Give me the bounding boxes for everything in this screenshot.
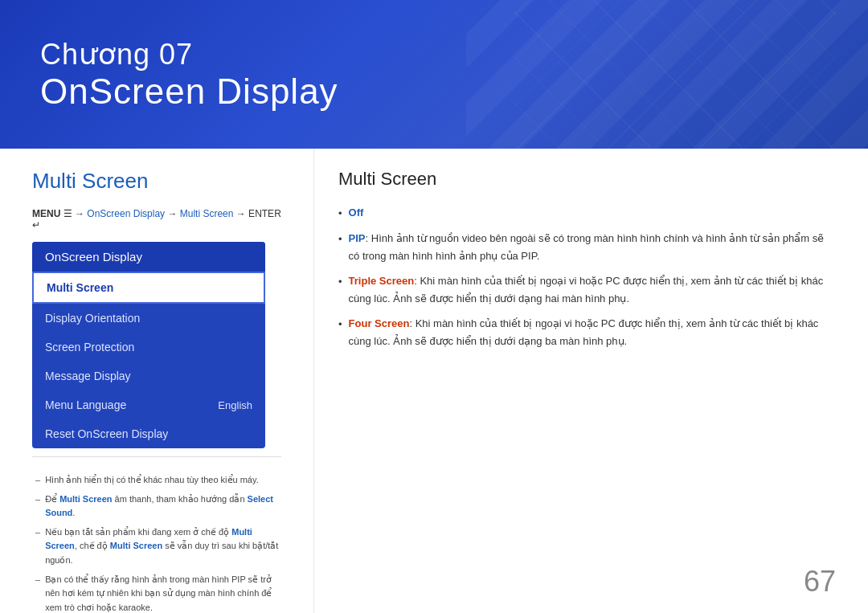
main-content: Multi Screen MENU ☰ → OnScreen Display →… [0,149,868,613]
menu-item-label: Reset OnScreen Display [45,427,168,440]
chapter-label: Chương 07 [40,38,338,72]
menu-item-screen-protection[interactable]: Screen Protection [32,333,265,362]
menu-item-label: Menu Language [45,398,126,411]
menu-item-value: English [218,399,252,411]
right-section-title: Multi Screen [338,169,836,190]
menu-item-reset-osd[interactable]: Reset OnScreen Display [32,419,265,448]
bullet-off: Off [338,204,836,222]
menu-item-label: Display Orientation [45,312,140,325]
osd-menu-box: OnScreen Display Multi Screen Display Or… [32,242,265,448]
note-2: Để Multi Screen âm thanh, tham khảo hướn… [32,492,281,521]
menu-item-multi-screen[interactable]: Multi Screen [32,272,265,304]
bullet-four-screen: Four Screen: Khi màn hình của thiết bị n… [338,315,836,349]
menu-item-label: Message Display [45,370,131,382]
menu-item-menu-language[interactable]: Menu Language English [32,390,265,419]
menu-item-label: Multi Screen [47,281,113,294]
bullet-triple-screen: Triple Screen: Khi màn hình của thiết bị… [338,272,836,307]
menu-item-message-display[interactable]: Message Display [32,362,265,390]
menu-item-label: Screen Protection [45,341,134,353]
bullet-list: Off PIP: Hình ảnh từ nguồn video bên ngo… [338,204,836,349]
notes-section: Hình ảnh hiển thị có thể khác nhau tùy t… [32,473,281,613]
divider [32,456,281,457]
title-label: OnScreen Display [40,72,338,112]
left-panel: Multi Screen MENU ☰ → OnScreen Display →… [0,149,313,613]
bullet-pip: PIP: Hình ảnh từ nguồn video bên ngoài s… [338,230,836,264]
page-number: 67 [804,565,836,599]
left-section-title: Multi Screen [32,169,281,194]
note-1: Hình ảnh hiển thị có thể khác nhau tùy t… [32,473,281,488]
note-4: Bạn có thể thấy rằng hình ảnh trong màn … [32,573,281,613]
header-banner: Chương 07 OnScreen Display [0,0,868,149]
right-panel: Multi Screen Off PIP: Hình ảnh từ nguồn … [313,149,868,613]
decorative-pattern [514,0,836,149]
menu-path: MENU ☰ → OnScreen Display → Multi Screen… [32,208,281,231]
menu-item-display-orientation[interactable]: Display Orientation [32,304,265,333]
header-title: Chương 07 OnScreen Display [40,38,338,112]
osd-menu-header: OnScreen Display [32,242,265,272]
note-3: Nếu bạn tắt sản phẩm khi đang xem ở chế … [32,525,281,568]
